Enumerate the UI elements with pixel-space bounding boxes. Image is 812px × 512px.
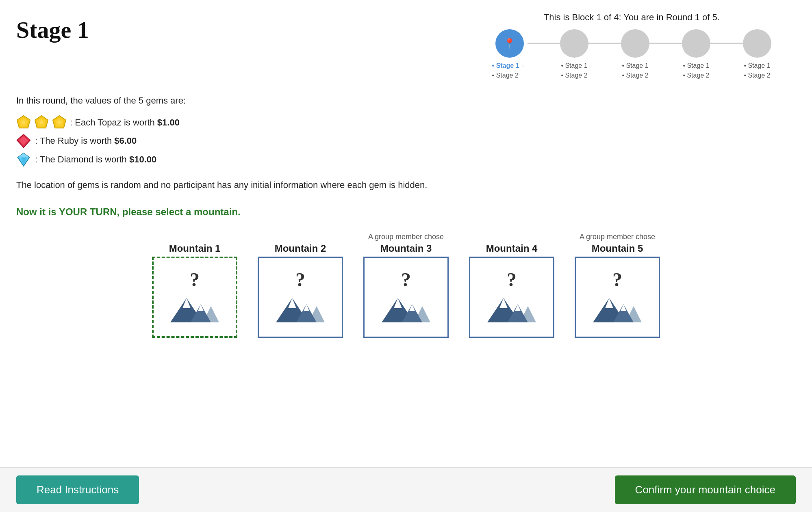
location-icon-1: 📍 bbox=[504, 38, 516, 49]
step-node-4: • Stage 1 • Stage 2 bbox=[682, 29, 710, 80]
step-circle-2 bbox=[560, 29, 588, 58]
step-node-5: • Stage 1 • Stage 2 bbox=[743, 29, 771, 80]
intro-text: In this round, the values of the 5 gems … bbox=[16, 93, 796, 109]
step-node-3: • Stage 1 • Stage 2 bbox=[621, 29, 649, 80]
mountain-box-4[interactable]: ? bbox=[469, 257, 554, 338]
step-circle-3 bbox=[621, 29, 649, 58]
ruby-desc: : The Ruby is worth $6.00 bbox=[35, 133, 137, 149]
step-label-1b: • Stage 2 bbox=[492, 71, 528, 80]
read-instructions-button[interactable]: Read Instructions bbox=[16, 475, 139, 504]
connector-4 bbox=[710, 43, 743, 44]
progress-section: This is Block 1 of 4: You are in Round 1… bbox=[492, 12, 771, 80]
random-info: The location of gems is random and no pa… bbox=[16, 177, 796, 193]
step-labels-3: • Stage 1 • Stage 2 bbox=[622, 61, 648, 80]
mountain-label-5: Mountain 5 bbox=[592, 243, 643, 254]
step-labels-4: • Stage 1 • Stage 2 bbox=[683, 61, 709, 80]
mountain-svg-2 bbox=[276, 294, 325, 326]
mountain-label-3: Mountain 3 bbox=[380, 243, 432, 254]
step-label-4b: • Stage 2 bbox=[683, 71, 709, 80]
mountain-label-4: Mountain 4 bbox=[486, 243, 538, 254]
mountain-card-1[interactable]: placeholder Mountain 1 ? bbox=[152, 233, 237, 338]
step-label-2b: • Stage 2 bbox=[561, 71, 587, 80]
mountain-svg-3 bbox=[382, 294, 430, 326]
topaz-row: : Each Topaz is worth $1.00 bbox=[16, 114, 796, 131]
question-mark-4: ? bbox=[507, 268, 517, 291]
mountain-box-1[interactable]: ? bbox=[152, 257, 237, 338]
mountain-svg-5 bbox=[593, 294, 642, 326]
diamond-desc: : The Diamond is worth $10.00 bbox=[35, 151, 156, 168]
mountain-label-1: Mountain 1 bbox=[169, 243, 221, 254]
svg-marker-19 bbox=[198, 304, 204, 311]
svg-point-8 bbox=[58, 121, 61, 124]
svg-marker-34 bbox=[515, 304, 521, 311]
connector-2 bbox=[588, 43, 621, 44]
topaz-value: $1.00 bbox=[157, 117, 180, 127]
step-label-2a: • Stage 1 bbox=[561, 61, 587, 71]
top-row: Stage 1 This is Block 1 of 4: You are in… bbox=[16, 12, 796, 80]
svg-marker-13 bbox=[18, 153, 30, 157]
question-mark-5: ? bbox=[612, 268, 622, 291]
step-circle-5 bbox=[743, 29, 771, 58]
ruby-row: : The Ruby is worth $6.00 bbox=[16, 133, 796, 149]
topaz-icon-1 bbox=[16, 115, 31, 130]
step-label-4a: • Stage 1 bbox=[683, 61, 709, 71]
footer-bar: Read Instructions Confirm your mountain … bbox=[0, 467, 812, 512]
stage-title: Stage 1 bbox=[16, 16, 89, 43]
svg-marker-29 bbox=[409, 304, 415, 311]
topaz-icon-2 bbox=[34, 115, 49, 130]
step-node-1: 📍 • Stage 1 ← • Stage 2 bbox=[492, 29, 528, 80]
step-label-5b: • Stage 2 bbox=[744, 71, 770, 80]
topaz-icon-3 bbox=[52, 115, 67, 130]
mountain-box-2[interactable]: ? bbox=[258, 257, 343, 338]
group-chose-5: A group member chose bbox=[580, 233, 655, 241]
ruby-value: $6.00 bbox=[114, 136, 137, 146]
question-mark-1: ? bbox=[190, 268, 200, 291]
step-label-3b: • Stage 2 bbox=[622, 71, 648, 80]
diamond-value: $10.00 bbox=[129, 154, 156, 164]
step-label-1a: • Stage 1 ← bbox=[492, 61, 528, 71]
connector-3 bbox=[649, 43, 682, 44]
step-label-5a: • Stage 1 bbox=[744, 61, 770, 71]
svg-point-5 bbox=[40, 121, 43, 124]
svg-point-2 bbox=[22, 121, 26, 124]
question-mark-2: ? bbox=[295, 268, 305, 291]
step-node-2: • Stage 1 • Stage 2 bbox=[560, 29, 588, 80]
svg-marker-24 bbox=[304, 304, 309, 311]
step-labels-1: • Stage 1 ← • Stage 2 bbox=[492, 61, 528, 80]
step-circle-4 bbox=[682, 29, 710, 58]
step-label-3a: • Stage 1 bbox=[622, 61, 648, 71]
progress-dots: 📍 • Stage 1 ← • Stage 2 • Stage 1 • Stag… bbox=[492, 29, 771, 80]
mountain-box-5[interactable]: ? bbox=[575, 257, 660, 338]
diamond-row: : The Diamond is worth $10.00 bbox=[16, 151, 796, 168]
step-circle-1: 📍 bbox=[495, 29, 524, 58]
diamond-icon bbox=[16, 152, 31, 167]
step-labels-5: • Stage 1 • Stage 2 bbox=[744, 61, 770, 80]
question-mark-3: ? bbox=[401, 268, 411, 291]
your-turn: Now it is YOUR TURN, please select a mou… bbox=[16, 203, 796, 220]
main-content: Stage 1 This is Block 1 of 4: You are in… bbox=[0, 0, 812, 387]
info-section: In this round, the values of the 5 gems … bbox=[16, 93, 796, 220]
svg-marker-39 bbox=[621, 304, 626, 311]
mountain-label-2: Mountain 2 bbox=[275, 243, 326, 254]
connector-1 bbox=[528, 43, 560, 44]
mountain-card-4[interactable]: placeholder Mountain 4 ? bbox=[469, 233, 554, 338]
topaz-desc: : Each Topaz is worth $1.00 bbox=[70, 114, 180, 131]
block-info: This is Block 1 of 4: You are in Round 1… bbox=[492, 12, 771, 23]
mountain-card-3[interactable]: A group member chose Mountain 3 ? bbox=[363, 233, 449, 338]
confirm-mountain-button[interactable]: Confirm your mountain choice bbox=[615, 475, 796, 504]
mountain-card-2[interactable]: placeholder Mountain 2 ? bbox=[258, 233, 343, 338]
step-labels-2: • Stage 1 • Stage 2 bbox=[561, 61, 587, 80]
mountain-svg-4 bbox=[487, 294, 536, 326]
mountain-box-3[interactable]: ? bbox=[363, 257, 449, 338]
mountain-card-5[interactable]: A group member chose Mountain 5 ? bbox=[575, 233, 660, 338]
mountain-svg-1 bbox=[170, 294, 219, 326]
ruby-icon bbox=[16, 134, 31, 148]
group-chose-3: A group member chose bbox=[368, 233, 444, 241]
mountains-row: placeholder Mountain 1 ? bbox=[16, 233, 796, 338]
